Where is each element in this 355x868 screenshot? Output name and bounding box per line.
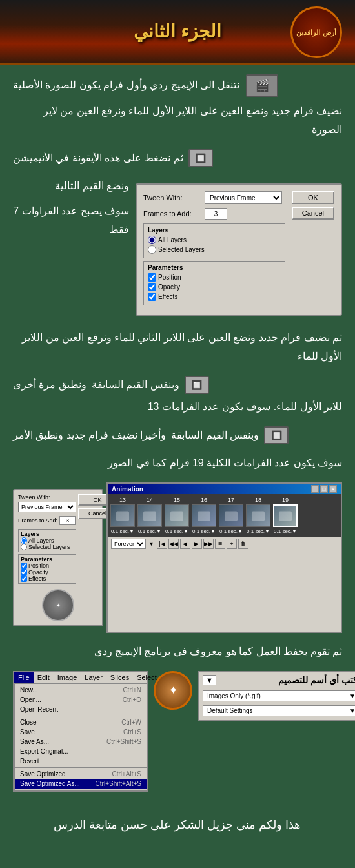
selected-layers-radio[interactable] <box>148 245 156 254</box>
section-10: هذا ولكم مني جزيل الشكر على حسن متابعة ا… <box>13 801 342 854</box>
frames-label: Frames to Add: <box>143 210 205 218</box>
main-content: 🎬 نتنقل الى الإيميج ردي وأول فرام يكون ل… <box>0 65 355 868</box>
frames-input[interactable] <box>205 208 227 220</box>
text8: وبنفس القيم السابقة <box>92 376 179 395</box>
save-dropdown-btn[interactable]: ▼ <box>203 675 216 685</box>
all-layers-radio-2[interactable] <box>21 537 27 544</box>
cancel-button-1[interactable]: Cancel <box>292 207 334 220</box>
text13: ثم تقوم بحفظ العمل كما هو معروف في برنام… <box>13 643 342 661</box>
text5: سوف يصبح عدد الفراوات 7 فقط <box>13 202 129 240</box>
text3: ثم نضغط على هذه الأيقونة في الأنيميشن <box>13 149 183 168</box>
tween-select[interactable]: Previous Frame <box>205 191 282 204</box>
position-check-2[interactable] <box>21 563 27 569</box>
minimize-button[interactable]: _ <box>311 485 319 493</box>
decorative-logo: ✦ <box>42 589 74 621</box>
revert-item[interactable]: Revert <box>15 756 147 766</box>
save-as-item[interactable]: Save As... Ctrl+Shift+S <box>15 737 147 747</box>
text4: ونضع القيم التالية <box>13 177 129 196</box>
ok-button-1[interactable]: OK <box>292 191 334 204</box>
file-menu: File Edit Image Layer Slices Select F Ne… <box>13 671 148 792</box>
tween-dialog-1: Tween With: Previous Frame Frames to Add… <box>136 183 342 316</box>
section-3: Tween With: Previous Frame Frames to Add… <box>13 177 342 322</box>
delete-frame-button[interactable]: 🗑 <box>238 539 249 549</box>
frame-13[interactable]: 13 0.1 sec.▼ <box>110 497 136 534</box>
selected-layers-radio-2[interactable] <box>21 544 27 550</box>
layers-group-1: Layers All Layers Selected Layers <box>143 223 285 258</box>
tween-label: Tween With: <box>143 194 205 202</box>
frame-18[interactable]: 18 0.1 sec.▼ <box>245 497 271 534</box>
close-item[interactable]: Close Ctrl+W <box>15 718 147 727</box>
add-frame-button[interactable]: + <box>227 539 237 549</box>
save-optimized-item[interactable]: Save Optimized Ctrl+Alt+S <box>15 769 147 779</box>
params-group-2: Parameters Position Opacity <box>18 554 76 584</box>
new-item[interactable]: New... Ctrl+N <box>15 685 147 695</box>
opacity-check[interactable] <box>148 283 156 291</box>
frame-16[interactable]: 16 0.1 sec.▼ <box>191 497 217 534</box>
frames-strip: 13 0.1 sec.▼ 14 0.1 sec.▼ 15 0.1 sec.▼ 1… <box>108 494 341 537</box>
stop-button[interactable]: ◀ <box>180 539 190 549</box>
save-title-text: أكتب أي أسم للتصميم <box>219 675 355 685</box>
save-dialog: أكتب أي أسم للتصميم ▼ Images Only (*.gif… <box>198 671 355 721</box>
tween-ctrl-button[interactable]: ☰ <box>215 539 225 549</box>
layer-menu-item[interactable]: Layer <box>81 672 107 683</box>
first-frame-button[interactable]: |◀ <box>157 539 167 549</box>
frame-17[interactable]: 17 0.1 sec.▼ <box>218 497 244 534</box>
section-2: 🔲 ثم نضغط على هذه الأيقونة في الأنيميشن <box>13 149 342 168</box>
opacity-check-2[interactable] <box>21 569 27 575</box>
menu-bar: File Edit Image Layer Slices Select F <box>14 672 147 683</box>
save-optimized-as-item[interactable]: Save Optimized As... Ctrl+Shift+Alt+S <box>15 779 147 789</box>
section-7: سوف يكون عدد الفرامات الكلية 19 فرام كما… <box>13 454 342 473</box>
text11: وبنفس القيم السابقة <box>171 426 259 445</box>
file-menu-item[interactable]: File <box>14 672 34 683</box>
tween-icon-2: 🔲 <box>185 376 209 394</box>
section-5: 🔲 وبنفس القيم السابقة ونطبق مرة أخرى للا… <box>13 376 342 417</box>
position-check[interactable] <box>148 273 156 282</box>
animation-title: Animation _ □ × <box>108 484 341 494</box>
page-header: أرض الرافدين الجزء الثاني <box>0 0 355 65</box>
separator-2 <box>15 767 147 768</box>
open-item[interactable]: Open... Ctrl+O <box>15 695 147 705</box>
section-9: ثم تقوم بحفظ العمل كما هو معروف في برنام… <box>13 643 342 661</box>
next-frame-button[interactable]: ▶▶ <box>203 539 214 549</box>
edit-menu-item[interactable]: Edit <box>34 672 54 683</box>
export-original-item[interactable]: Export Original... <box>15 747 147 756</box>
image-menu-item[interactable]: Image <box>54 672 81 683</box>
tween-icon-3: 🔲 <box>264 426 289 444</box>
file-dropdown: New... Ctrl+N Open... Ctrl+O Open Recent… <box>14 683 147 790</box>
section-6: 🔲 وبنفس القيم السابقة وأخيرا نضيف فرام ج… <box>13 426 342 445</box>
site-logo: أرض الرافدين <box>290 6 342 58</box>
section-8: Tween With: Previous Frame Frames to Add… <box>13 482 342 633</box>
format-select[interactable]: Images Only (*.gif) ▼ <box>203 690 355 701</box>
text1: نتنقل الى الإيميج ردي وأول فرام يكون للص… <box>13 76 239 95</box>
params-group-1: Parameters Position Opacity <box>143 261 285 305</box>
all-layers-radio[interactable] <box>148 236 156 244</box>
frame-14[interactable]: 14 0.1 sec.▼ <box>137 497 163 534</box>
layers-group-2: Layers All Layers Selected Layers <box>18 529 76 552</box>
prev-frame-button[interactable]: ◀◀ <box>168 539 179 549</box>
effects-check[interactable] <box>148 293 156 301</box>
save-item[interactable]: Save Ctrl+S <box>15 727 147 737</box>
save-dialog-area: أكتب أي أسم للتصميم ▼ Images Only (*.gif… <box>198 671 355 721</box>
settings-select[interactable]: Default Settings ▼ <box>203 705 355 716</box>
animation-controls: Forever ▼ |◀ ◀◀ ◀ ▶ ▶▶ ☰ + 🗑 <box>108 537 341 551</box>
close-button[interactable]: × <box>329 485 337 493</box>
text6: ثم نضيف فرام جديد ونضع العين على اللاير … <box>13 329 342 366</box>
frame-19[interactable]: 19 0.1 sec.▼ <box>272 497 298 534</box>
file-save-section: File Edit Image Layer Slices Select F Ne… <box>13 671 342 792</box>
tween-dialog-2: Tween With: Previous Frame Frames to Add… <box>13 489 103 626</box>
animation-icon-1: 🎬 <box>246 74 278 97</box>
tween-icon-1: 🔲 <box>188 149 213 167</box>
effects-check-2[interactable] <box>21 575 27 582</box>
tween-select-2[interactable]: Previous Frame <box>18 502 76 512</box>
slices-menu-item[interactable]: Slices <box>107 672 133 683</box>
middle-logo: ✦ <box>154 671 192 710</box>
loop-select[interactable]: Forever <box>111 539 146 549</box>
play-button[interactable]: ▶ <box>192 539 202 549</box>
text12: سوف يكون عدد الفرامات الكلية 19 فرام كما… <box>13 454 342 473</box>
text14: هذا ولكم مني جزيل الشكر على حسن متابعة ا… <box>13 814 342 835</box>
maximize-button[interactable]: □ <box>320 485 328 493</box>
open-recent-item[interactable]: Open Recent <box>15 705 147 714</box>
frame-15[interactable]: 15 0.1 sec.▼ <box>164 497 190 534</box>
frames-input-2[interactable] <box>59 516 76 525</box>
text10: وأخيرا نضيف فرام جديد ونطبق الأمر <box>13 426 166 445</box>
